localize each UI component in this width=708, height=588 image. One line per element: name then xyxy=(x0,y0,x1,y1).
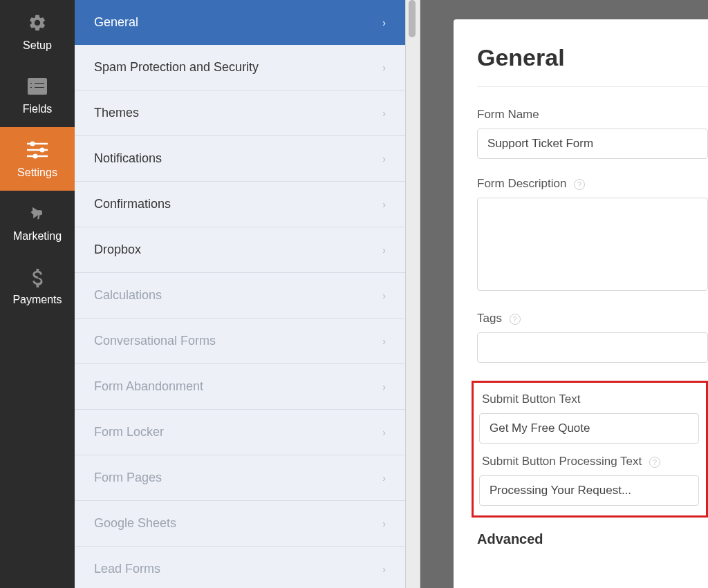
content-area: General Form Name Form Description ? Tag… xyxy=(420,0,708,588)
settings-item-label: Spam Protection and Security xyxy=(94,60,259,75)
gear-icon xyxy=(26,12,48,34)
settings-item-label: Themes xyxy=(94,106,139,120)
sidebar-label: Setup xyxy=(23,39,52,52)
submit-button-text-label: Submit Button Text xyxy=(476,392,699,406)
settings-item-label: Conversational Forms xyxy=(94,334,216,348)
sidebar-label: Marketing xyxy=(13,230,62,243)
settings-item-lead-forms[interactable]: Lead Forms › xyxy=(75,547,405,588)
form-name-label: Form Name xyxy=(477,108,708,122)
list-icon xyxy=(26,75,48,97)
submit-button-text-input[interactable] xyxy=(479,413,699,444)
form-description-input[interactable] xyxy=(477,198,708,291)
tags-label: Tags ? xyxy=(477,312,708,325)
advanced-heading: Advanced xyxy=(477,531,708,547)
chevron-right-icon: › xyxy=(382,108,386,119)
sidebar-label: Fields xyxy=(23,103,53,115)
tags-input[interactable] xyxy=(477,332,708,363)
chevron-right-icon: › xyxy=(382,199,386,210)
svg-rect-4 xyxy=(34,86,45,88)
highlight-box: Submit Button Text Submit Button Process… xyxy=(472,381,708,518)
chevron-right-icon: › xyxy=(382,290,386,301)
settings-item-general[interactable]: General › xyxy=(75,0,405,45)
form-name-input[interactable] xyxy=(477,129,708,159)
svg-rect-2 xyxy=(34,82,45,84)
settings-item-themes[interactable]: Themes › xyxy=(75,91,405,136)
settings-item-label: Dropbox xyxy=(94,243,141,257)
settings-item-form-abandonment[interactable]: Form Abandonment › xyxy=(75,364,405,410)
settings-panel: General › Spam Protection and Security ›… xyxy=(75,0,405,588)
sidebar-label: Settings xyxy=(17,167,57,179)
help-icon[interactable]: ? xyxy=(649,457,660,468)
tags-field: Tags ? xyxy=(477,312,708,363)
settings-item-conversational-forms[interactable]: Conversational Forms › xyxy=(75,319,405,364)
form-name-field: Form Name xyxy=(477,108,708,159)
chevron-right-icon: › xyxy=(382,245,386,256)
chevron-right-icon: › xyxy=(382,381,386,392)
sidebar-item-fields[interactable]: Fields xyxy=(0,64,75,127)
content-panel: General Form Name Form Description ? Tag… xyxy=(454,19,708,588)
chevron-right-icon: › xyxy=(382,336,386,347)
form-description-label: Form Description ? xyxy=(477,177,708,191)
sidebar-item-settings[interactable]: Settings xyxy=(0,127,75,191)
submit-button-text-field: Submit Button Text xyxy=(476,392,699,444)
settings-item-form-locker[interactable]: Form Locker › xyxy=(75,410,405,455)
form-description-field: Form Description ? xyxy=(477,177,708,294)
svg-point-8 xyxy=(40,148,45,153)
chevron-right-icon: › xyxy=(382,153,386,164)
bullhorn-icon xyxy=(26,202,48,225)
page-title: General xyxy=(477,44,708,87)
svg-point-10 xyxy=(33,154,38,159)
svg-rect-3 xyxy=(30,86,32,88)
sidebar-item-marketing[interactable]: Marketing xyxy=(0,191,75,254)
settings-item-label: Calculations xyxy=(94,288,162,303)
settings-item-google-sheets[interactable]: Google Sheets › xyxy=(75,501,405,547)
svg-rect-1 xyxy=(30,82,32,84)
settings-item-confirmations[interactable]: Confirmations › xyxy=(75,182,405,227)
sidebar-label: Payments xyxy=(12,294,62,306)
scrollbar[interactable] xyxy=(405,0,420,588)
submit-button-processing-field: Submit Button Processing Text ? xyxy=(476,455,699,506)
left-sidebar: Setup Fields Settings Marketing Payments xyxy=(0,0,75,588)
submit-button-processing-input[interactable] xyxy=(479,475,699,506)
help-icon[interactable]: ? xyxy=(574,179,585,190)
sidebar-item-setup[interactable]: Setup xyxy=(0,0,75,64)
svg-point-6 xyxy=(30,142,35,146)
dollar-icon xyxy=(26,266,48,288)
settings-item-label: Notifications xyxy=(94,151,162,166)
settings-item-label: Confirmations xyxy=(94,197,171,211)
settings-item-label: Lead Forms xyxy=(94,562,160,576)
settings-item-notifications[interactable]: Notifications › xyxy=(75,136,405,182)
settings-item-label: General xyxy=(94,15,138,30)
settings-item-form-pages[interactable]: Form Pages › xyxy=(75,455,405,501)
settings-item-dropbox[interactable]: Dropbox › xyxy=(75,227,405,273)
submit-button-processing-label: Submit Button Processing Text ? xyxy=(476,455,699,468)
settings-item-spam[interactable]: Spam Protection and Security › xyxy=(75,45,405,91)
chevron-right-icon: › xyxy=(382,518,386,529)
sliders-icon xyxy=(26,139,48,161)
chevron-right-icon: › xyxy=(382,564,386,575)
help-icon[interactable]: ? xyxy=(510,314,521,325)
settings-item-label: Form Abandonment xyxy=(94,379,203,394)
chevron-right-icon: › xyxy=(382,427,386,438)
settings-item-label: Form Pages xyxy=(94,471,162,485)
settings-item-label: Form Locker xyxy=(94,425,164,439)
sidebar-item-payments[interactable]: Payments xyxy=(0,254,75,318)
scrollbar-thumb[interactable] xyxy=(409,0,416,37)
chevron-right-icon: › xyxy=(382,473,386,484)
settings-item-label: Google Sheets xyxy=(94,516,176,531)
settings-item-calculations[interactable]: Calculations › xyxy=(75,273,405,319)
chevron-right-icon: › xyxy=(382,17,386,28)
chevron-right-icon: › xyxy=(382,62,386,73)
